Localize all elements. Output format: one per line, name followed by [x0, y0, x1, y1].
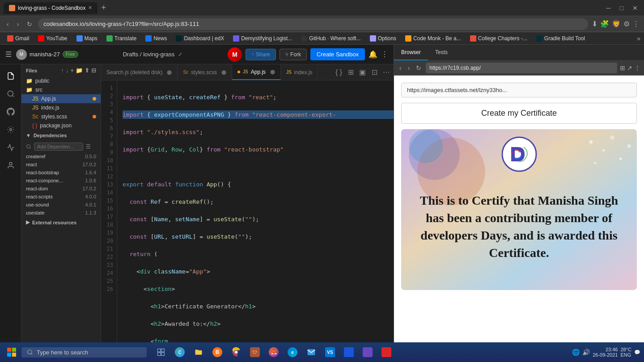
new-folder-icon[interactable]: 📁 — [76, 67, 83, 74]
url-input[interactable] — [38, 18, 588, 30]
bp-back-button[interactable]: ‹ — [398, 63, 403, 72]
collapse-icon[interactable]: ⊟ — [91, 67, 96, 74]
taskbar-chrome[interactable] — [227, 343, 245, 361]
dep-react-name: react — [26, 162, 37, 167]
create-sandbox-button[interactable]: Create Sandbox — [310, 48, 365, 60]
bookmark-logistics[interactable]: Demystifying Logist... — [229, 34, 296, 42]
taskbar-firefox[interactable]: 🦊 — [265, 343, 283, 361]
taskbar-vscode[interactable]: VS — [321, 343, 339, 361]
bp-reload-button[interactable]: ↻ — [414, 63, 423, 72]
minimize-button[interactable]: ─ — [604, 4, 614, 13]
tab-index-js[interactable]: JS index.js — [281, 64, 318, 80]
bp-devtools-button[interactable]: ⊞ — [620, 64, 625, 72]
network-icon[interactable]: 🌐 — [572, 349, 580, 356]
start-button[interactable] — [4, 344, 20, 360]
bookmark-gradle[interactable]: Gradle Build Tool — [533, 34, 589, 42]
taskbar-edge[interactable]: e — [284, 343, 301, 361]
taskbar-app10[interactable] — [340, 343, 358, 361]
file-indexjs[interactable]: JS index.js — [21, 103, 101, 112]
editor-more-icon[interactable]: ⋯ — [383, 68, 390, 76]
layout-icon[interactable]: ▣ — [359, 68, 366, 76]
taskbar-app11[interactable] — [359, 343, 377, 361]
taskbar-file-explorer[interactable] — [190, 343, 208, 361]
volume-icon[interactable]: 🔊 — [582, 349, 590, 356]
taskbar-task-view[interactable] — [152, 343, 170, 361]
sidebar-github-icon[interactable] — [3, 104, 19, 120]
taskbar-app12[interactable] — [377, 343, 395, 361]
editor-area: Search.js (deleted disk) ⬤ Sc styles.scs… — [101, 64, 394, 362]
bookmark-maps[interactable]: Maps — [73, 34, 101, 42]
new-tab-button[interactable]: + — [97, 3, 110, 13]
sort-desc-icon[interactable]: ↓ — [66, 67, 69, 74]
tab-app-js[interactable]: JS App.js ⬤ — [232, 64, 281, 80]
new-file-icon[interactable]: + — [70, 67, 74, 74]
bookmark-translate[interactable]: Translate — [103, 34, 140, 42]
bp-more-button[interactable]: ⋮ — [634, 64, 640, 72]
close-button[interactable]: ✕ — [630, 4, 640, 13]
dependencies-header[interactable]: ▼ Dependencies — [21, 130, 101, 141]
file-stylesscss[interactable]: Sc styles.scss — [21, 112, 101, 121]
create-certificate-button[interactable]: Create my Certificate — [401, 103, 637, 124]
tab-search-js-deleted[interactable]: Search.js (deleted disk) ⬤ — [101, 64, 178, 80]
sidebar-search-icon[interactable] — [3, 86, 19, 102]
bell-icon[interactable]: 🔔 — [369, 50, 377, 59]
forward-button[interactable]: › — [15, 20, 21, 29]
file-packagejson[interactable]: { } package.json — [21, 121, 101, 130]
folder-src[interactable]: 📁 src — [21, 85, 101, 94]
file-appjs[interactable]: JS App.js — [21, 94, 101, 103]
dep-list-icon[interactable]: ☰ — [86, 143, 91, 150]
editor-tabs-more[interactable]: { } ⊞ ▣ ⊡ ⋯ — [332, 68, 394, 76]
bookmark-news[interactable]: News — [142, 34, 170, 42]
sidebar-user-icon[interactable] — [3, 157, 19, 173]
sort-asc-icon[interactable]: ↑ — [61, 67, 64, 74]
bookmark-edx[interactable]: Dashboard | edX — [172, 34, 228, 42]
share-button[interactable]: ↑ Share — [246, 49, 276, 60]
extensions-icon[interactable]: 🧩 — [600, 20, 609, 28]
bookmark-youtube[interactable]: YouTube — [34, 34, 71, 42]
split-editor-icon[interactable]: ⊞ — [348, 68, 354, 76]
tab-close-btn[interactable]: ✕ — [88, 5, 92, 11]
menu-icon[interactable]: ⋮ — [632, 20, 640, 28]
extensions-menu-icon[interactable]: ⚙ — [623, 20, 630, 28]
user-avatar[interactable]: M — [228, 47, 242, 62]
tab-styles-scss[interactable]: Sc styles.scss ⬤ — [178, 64, 232, 80]
sidebar-settings-icon[interactable] — [3, 122, 19, 138]
taskbar-search[interactable]: Type here to search — [21, 347, 147, 358]
bookmark-codemonk[interactable]: Code Monk - Be a... — [402, 34, 465, 42]
preview-icon[interactable]: ⊡ — [372, 68, 377, 76]
bookmark-options[interactable]: Options — [366, 34, 400, 42]
tab-appjs-close[interactable]: ⬤ — [270, 69, 275, 74]
taskbar-brave-browser[interactable]: B — [208, 343, 226, 361]
reload-button[interactable]: ↻ — [25, 20, 34, 29]
bp-forward-button[interactable]: › — [406, 63, 412, 72]
fork-button[interactable]: ⑂ Fork — [280, 49, 307, 60]
tab-search-close[interactable]: ⬤ — [167, 70, 172, 75]
bookmark-github[interactable]: GitHub · Where soft... — [297, 34, 364, 42]
sidebar-activity-icon[interactable] — [3, 139, 19, 156]
upload-icon[interactable]: ⬆ — [85, 67, 89, 74]
tests-tab[interactable]: Tests — [428, 45, 455, 60]
taskbar-email[interactable] — [302, 343, 320, 361]
dep-search-input[interactable] — [34, 143, 83, 151]
bp-open-new-button[interactable]: ↗ — [627, 64, 632, 72]
taskbar-cortana[interactable]: C — [171, 343, 189, 361]
sidebar-files-icon[interactable] — [3, 68, 19, 84]
bookmarks-more-button[interactable]: » — [637, 35, 640, 42]
back-button[interactable]: ‹ — [4, 20, 11, 29]
tab-scss-close[interactable]: ⬤ — [221, 70, 226, 75]
bp-url-input[interactable] — [426, 63, 617, 73]
taskbar-brave2[interactable]: 🛡 — [246, 343, 264, 361]
brave-icon[interactable]: 🦁 — [612, 20, 621, 28]
bookmark-chapters[interactable]: College Chapters -... — [466, 34, 531, 42]
browser-tab[interactable]: Browser — [394, 45, 428, 60]
code-content[interactable]: import { useState, createRef } from "rea… — [117, 80, 394, 352]
hamburger-icon[interactable]: ☰ — [5, 50, 12, 59]
download-icon[interactable]: ⬇ — [592, 20, 597, 28]
active-tab[interactable]: loving-grass - CodeSandbox ✕ — [4, 2, 97, 14]
external-resources-header[interactable]: ▶ External resources — [21, 217, 101, 228]
maximize-button[interactable]: □ — [617, 4, 626, 13]
folder-public[interactable]: 📁 public — [21, 76, 101, 85]
more-options-icon[interactable]: ⋮ — [381, 50, 388, 59]
notification-icon[interactable]: 💬 — [634, 349, 640, 355]
bookmark-gmail[interactable]: Gmail — [4, 34, 33, 42]
